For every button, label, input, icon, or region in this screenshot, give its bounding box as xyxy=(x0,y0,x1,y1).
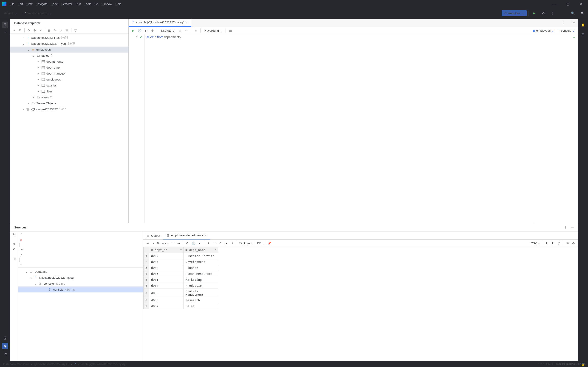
result-tab[interactable]: ▦ employees.departments × xyxy=(163,232,210,240)
row-count[interactable]: 9 rows ⌄ xyxy=(157,242,169,245)
add-row-button[interactable]: ＋ xyxy=(206,241,211,246)
output-tab[interactable]: ▤ Output xyxy=(143,232,163,240)
service-node[interactable]: ⌄🗀Database xyxy=(18,269,143,275)
menu-view[interactable]: View xyxy=(26,2,32,6)
tree-node[interactable]: ›employees xyxy=(10,76,128,82)
expand-button[interactable]: ⌃ xyxy=(18,232,24,237)
open-button[interactable]: ↗ xyxy=(18,252,24,258)
window-minimize[interactable]: — xyxy=(549,0,560,8)
tx-mode[interactable]: Tx: Auto ⌄ xyxy=(239,242,253,245)
schema-scope[interactable]: ▦ employees ⌄ xyxy=(531,29,555,32)
edit-data-button[interactable]: ✎ xyxy=(52,27,58,33)
pin-button[interactable]: 📌 xyxy=(267,241,272,246)
tree-node[interactable]: ⌄⇡@localhost2022327-mysql 1 of 5 xyxy=(10,41,128,47)
tab-actions-icon[interactable]: ⋮ xyxy=(562,21,565,25)
notifications-button[interactable]: 🔔 xyxy=(580,22,586,28)
panel-options-icon[interactable]: ⋮ xyxy=(564,226,567,229)
tree-node[interactable]: ›⇡@localhost2023-1-15 0 of 4 xyxy=(10,35,128,41)
services-tree[interactable]: ⌄🗀Database⌄⇡@localhost2022327-mysql⌄⚙con… xyxy=(18,268,143,361)
preview-button[interactable]: ☁ xyxy=(224,241,229,246)
commit-button[interactable]: ⊖ xyxy=(177,28,183,33)
search-everywhere-button[interactable]: 🔍 xyxy=(569,10,577,17)
next-page-button[interactable]: › xyxy=(170,241,175,246)
menu-refactor[interactable]: Refactor xyxy=(61,2,72,6)
run-config-selector[interactable]: Current File ⌄ xyxy=(502,10,527,16)
rollback-icon[interactable]: ↶ xyxy=(13,248,15,251)
more-tool-button[interactable]: ⋯ xyxy=(2,29,8,36)
target-console[interactable]: ⇡ console ⌄ xyxy=(556,29,576,32)
menu-window[interactable]: Window xyxy=(102,2,112,6)
menu-navigate[interactable]: Navigate xyxy=(36,2,47,6)
vcs-widget[interactable]: ⎇ Version control ⌄ xyxy=(21,10,53,16)
line-separator[interactable]: CRLF xyxy=(546,362,554,366)
explain-button[interactable]: ◐ xyxy=(143,28,149,33)
prev-page-button[interactable]: ‹ xyxy=(151,241,156,246)
add-button[interactable]: ＋ xyxy=(18,262,24,267)
menu-run[interactable]: Run xyxy=(76,2,81,6)
service-node[interactable]: ⌄⚙console 430 ms xyxy=(18,281,143,286)
window-maximize[interactable]: ▢ xyxy=(563,0,573,8)
menu-code[interactable]: Code xyxy=(51,2,58,6)
debug-button[interactable]: ⚙ xyxy=(540,10,547,17)
window-close[interactable]: ✕ xyxy=(576,0,586,8)
remove-row-button[interactable]: − xyxy=(212,241,217,246)
tree-node[interactable]: ›🐘@localhost2023327 1 of 7 xyxy=(10,106,128,112)
first-page-button[interactable]: ⇤ xyxy=(145,241,150,246)
switch-view-button[interactable]: ▦ xyxy=(228,28,233,33)
vcs-tool-button[interactable]: ⎇ xyxy=(2,350,8,357)
submit-button[interactable]: ⇧ xyxy=(230,241,235,246)
grid-settings-button[interactable]: ⚙ xyxy=(571,241,576,246)
tree-node[interactable]: ›🗀views 2 xyxy=(10,94,128,100)
project-selector[interactable]: default ⌄ xyxy=(2,10,19,16)
tx-mode-selector[interactable]: Tx: Auto ⌄ xyxy=(159,29,176,32)
ai-assistant-button[interactable]: ⊞ xyxy=(580,31,586,37)
commit-icon[interactable]: ⊖ xyxy=(13,242,15,245)
compare-button[interactable]: ⇵ xyxy=(556,241,561,246)
last-page-button[interactable]: ⇥ xyxy=(176,241,181,246)
db-tree[interactable]: ›⇡@localhost2023-1-15 0 of 4⌄⇡@localhost… xyxy=(10,34,128,223)
add-datasource-button[interactable]: ＋ xyxy=(11,27,17,33)
tree-node[interactable]: ›departments xyxy=(10,58,128,65)
caret-position[interactable]: 1:27 xyxy=(538,362,544,366)
execute-button[interactable]: ▶ xyxy=(130,28,136,33)
settings-icon[interactable]: ⚙ xyxy=(150,28,155,33)
datasource-props-button[interactable]: ⚙ xyxy=(32,27,37,33)
ddl-button[interactable]: DDL xyxy=(257,242,263,245)
code-editor[interactable]: select * from departments; xyxy=(145,34,534,223)
menu-git[interactable]: Git xyxy=(95,2,98,6)
database-tool-button[interactable]: 🗄 xyxy=(2,22,8,28)
more-actions-button[interactable]: ⋮ xyxy=(549,10,556,17)
view-toggle-button[interactable]: 👁 xyxy=(565,241,570,246)
pending-button[interactable]: 🕓 xyxy=(191,241,196,246)
service-node[interactable]: ⇡console 430 ms xyxy=(18,286,143,292)
export-format[interactable]: CSV ⌄ xyxy=(531,242,540,245)
layout-icon[interactable]: ◫ xyxy=(13,257,16,260)
download-button[interactable]: ⬇ xyxy=(544,241,549,246)
refresh-button[interactable]: ⟳ xyxy=(26,27,32,33)
tree-node[interactable]: ›salaries xyxy=(10,82,128,88)
rollback-button[interactable]: ↶ xyxy=(183,28,189,33)
bookmarks-tool-button[interactable]: 🗄 xyxy=(2,335,8,341)
duplicate-button[interactable]: ⧉ xyxy=(17,27,23,33)
tree-node[interactable]: ›dept_emp xyxy=(10,65,128,70)
menu-file[interactable]: File xyxy=(10,2,15,6)
tree-node[interactable]: ⌄🗀tables 6 xyxy=(10,52,128,58)
stop-button[interactable]: ■ xyxy=(197,241,202,246)
show-button[interactable]: 👁 xyxy=(18,247,24,252)
run-button[interactable]: ▶ xyxy=(531,10,538,17)
tree-node[interactable]: ›dept_manager xyxy=(10,70,128,76)
navigation-button[interactable]: ↗ xyxy=(58,27,64,33)
settings-button[interactable]: ⚙ xyxy=(578,10,586,17)
result-grid[interactable]: ▣ dept_no÷▣ dept_name÷1d009Customer Serv… xyxy=(143,247,578,361)
disconnect-button[interactable]: ⨯ xyxy=(38,27,43,33)
tree-node[interactable]: ›titles xyxy=(10,88,128,94)
menu-help[interactable]: Help xyxy=(115,2,121,6)
files-icon[interactable]: 🗀 xyxy=(572,21,575,25)
playground-selector[interactable]: Playground ⌄ xyxy=(202,29,224,32)
close-session-button[interactable]: ✕ xyxy=(18,237,24,243)
revert-button[interactable]: ↶ xyxy=(218,241,223,246)
editor-tab-console[interactable]: ⇡ console [@localhost2022327-mysql] × xyxy=(129,19,191,27)
services-tool-button[interactable]: ◉ xyxy=(2,343,8,349)
menu-edit[interactable]: Edit xyxy=(18,2,23,6)
upload-button[interactable]: ⬆ xyxy=(550,241,555,246)
